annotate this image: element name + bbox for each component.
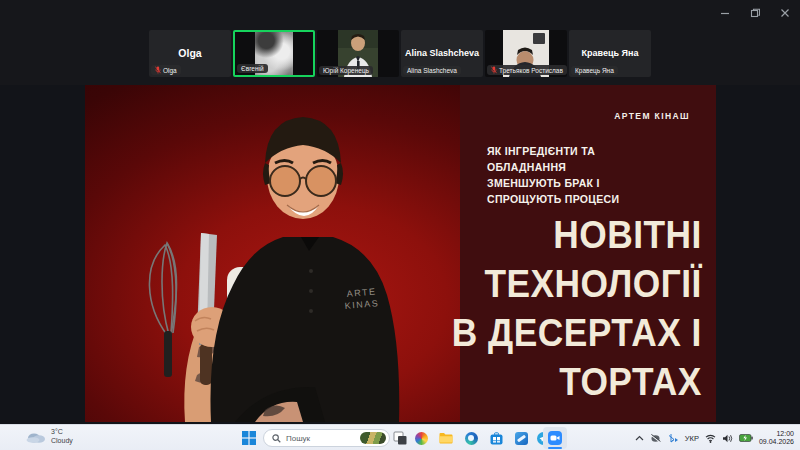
file-explorer-button[interactable] [437,429,455,447]
participant-label: Alina Slashcheva [403,66,461,75]
participant-label-text: Третьяков Ростислав [499,67,563,74]
zoom-app-icon [548,431,562,445]
weather-condition: Cloudy [51,436,73,445]
participant-label: Третьяков Ростислав [487,65,567,75]
participant-label-text: Alina Slashcheva [407,67,457,74]
subtitle-line: ОБЛАДНАННЯ [487,159,619,175]
slide-title: НОВІТНІ ТЕХНОЛОГІЇ В ДЕСЕРТАХ І ТОРТАХ [452,211,702,407]
subtitle-line: ЯК ІНГРЕДІЄНТИ ТА [487,143,619,159]
edge-browser-button[interactable] [462,429,480,447]
restore-button[interactable] [740,0,770,26]
title-line: ТОРТАХ [452,358,702,407]
clock-time: 12:00 [759,430,794,439]
participant-name: Alina Slashcheva [401,48,483,58]
hidden-icons-chevron[interactable] [635,435,644,442]
task-view-icon [393,431,407,445]
screen-share-stage: ARTE KINAS АРТЕМ КІНАШ ЯК ІНГРЕДІЄНТИ ТА… [0,85,800,424]
participant-label: Olga [151,65,181,75]
clock-date: 09.04.2026 [759,438,794,447]
presentation-slide: ARTE KINAS АРТЕМ КІНАШ ЯК ІНГРЕДІЄНТИ ТА… [85,85,716,422]
subtitle-line: СПРОЩУЮТЬ ПРОЦЕСИ [487,191,619,207]
cloud-icon [26,430,46,443]
photos-app-icon [415,432,428,445]
photos-app-button[interactable] [412,429,430,447]
participant-name: Кравець Яна [569,48,651,58]
muted-mic-icon [491,66,497,74]
title-line: ТЕХНОЛОГІЇ [452,260,702,309]
subtitle-line: ЗМЕНШУЮТЬ БРАК І [487,175,619,191]
participant-label: Євгеній [237,64,268,73]
wifi-icon[interactable] [705,434,716,443]
participant-tile-yurii[interactable]: Юрій Коренець [317,30,399,77]
slide-author: АРТЕМ КІНАШ [614,111,690,121]
minimize-button[interactable] [710,0,740,26]
chef-photo: ARTE KINAS [115,85,495,422]
title-line: В ДЕСЕРТАХ І [452,309,702,358]
muted-mic-icon [155,66,161,74]
window-titlebar [0,0,800,26]
bing-daily-image-thumbnail[interactable] [360,432,386,444]
system-tray: УКР 12:00 09.04.2026 [635,425,794,450]
battery-charging-icon[interactable] [739,434,753,442]
close-button[interactable] [770,0,800,26]
participant-tile-alina[interactable]: Alina Slashcheva Alina Slashcheva [401,30,483,77]
participant-tile-yevhenii[interactable]: Євгеній [233,30,315,77]
participant-label-text: Кравець Яна [575,67,614,74]
participant-tile-kravets[interactable]: Кравець Яна Кравець Яна [569,30,651,77]
weather-widget[interactable]: 3°C Cloudy [26,427,73,445]
mail-app-button[interactable] [512,429,530,447]
participant-label: Кравець Яна [571,66,618,75]
file-explorer-icon [439,432,453,444]
participant-tile-olga[interactable]: Olga Olga [149,30,231,77]
search-icon [272,434,281,443]
participant-label-text: Євгеній [241,65,264,72]
bluetooth-tray-icon[interactable] [667,433,679,443]
meeting-app-window: Olga Olga Євгеній [0,0,800,424]
participant-tile-tretiakov[interactable]: Третьяков Ростислав [485,30,567,77]
language-indicator[interactable]: УКР [685,434,699,443]
participant-label: Юрій Коренець [319,66,373,75]
participant-label-text: Юрій Коренець [323,67,369,74]
task-view-button[interactable] [391,429,409,447]
slide-subtitle: ЯК ІНГРЕДІЄНТИ ТА ОБЛАДНАННЯ ЗМЕНШУЮТЬ Б… [487,143,619,207]
microsoft-store-button[interactable] [487,429,505,447]
start-button[interactable] [240,429,258,447]
window-controls [710,0,800,26]
windows-logo-icon [242,431,256,445]
participant-filmstrip: Olga Olga Євгеній [0,26,800,85]
weather-temperature: 3°C [51,427,73,436]
microsoft-store-icon [490,432,503,445]
edge-icon [465,432,478,445]
active-app-indicator [548,447,562,449]
volume-icon[interactable] [722,434,733,443]
mail-app-icon [515,432,528,445]
search-placeholder: Пошук [286,434,355,443]
mic-muted-tray-icon[interactable] [650,434,661,443]
taskbar-clock[interactable]: 12:00 09.04.2026 [759,430,794,447]
participant-name: Olga [149,47,231,59]
windows-taskbar: 3°C Cloudy Пошук [0,424,800,450]
participant-label-text: Olga [163,67,177,74]
zoom-app-button-active[interactable] [543,427,567,449]
title-line: НОВІТНІ [452,211,702,260]
taskbar-search[interactable]: Пошук [263,429,390,447]
